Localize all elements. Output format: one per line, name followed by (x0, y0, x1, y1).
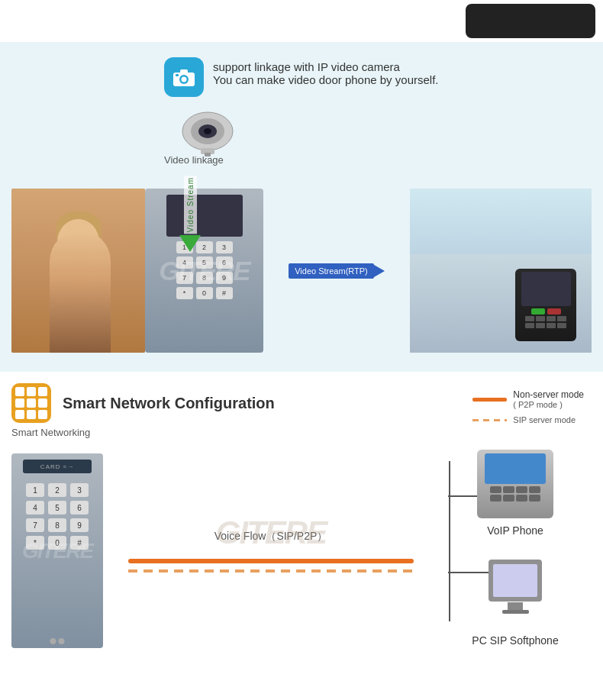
video-linkage-label: Video linkage (164, 154, 224, 166)
legend-dashed-line (472, 419, 507, 421)
video-text-block: support linkage with IP video camera You… (213, 57, 438, 86)
net-door-panel: CARD ≈→ 1 2 3 4 5 6 7 8 9 * 0 # ⬤ ⬤ (11, 453, 103, 648)
key-7: 7 (176, 272, 193, 284)
phone-screen (521, 272, 571, 306)
legend-dashed: SIP server mode (472, 415, 584, 424)
voip-label: VoIP Phone (487, 524, 543, 537)
voip-phone-image (477, 450, 553, 518)
networking-header: Smart Network Configuration (11, 383, 275, 423)
key-5: 5 (196, 256, 213, 269)
network-diagram: CARD ≈→ 1 2 3 4 5 6 7 8 9 * 0 # ⬤ ⬤ (11, 446, 592, 667)
pc-item: PC SIP Softphone (439, 560, 592, 647)
key-0: 0 (196, 287, 213, 299)
legend-solid: Non-server mode ( P2P mode ) (472, 389, 584, 409)
legend-solid-label: Non-server mode (513, 389, 584, 400)
svg-point-8 (204, 128, 211, 134)
svg-point-2 (182, 77, 187, 82)
voice-flow-label: Voice Flow（SIP/P2P） (214, 530, 328, 544)
grid-icon (15, 387, 47, 419)
legend-area: Non-server mode ( P2P mode ) SIP server … (472, 385, 592, 424)
support-text-line1: support linkage with IP video camera (213, 60, 438, 73)
phone-call-buttons (531, 308, 561, 315)
key-8: 8 (196, 272, 213, 284)
networking-title: Smart Network Configuration (63, 395, 275, 412)
key-4: 4 (176, 256, 193, 269)
flow-line-solid (128, 559, 414, 563)
camera-icon (172, 66, 196, 88)
top-bar (0, 0, 603, 42)
support-text-line2: You can make video door phone by yoursel… (213, 73, 438, 86)
panel-screen (166, 195, 243, 237)
diagram-row: CARD ≈→ 1 2 3 4 5 6 7 8 9 * 0 # ⬤ ⬤ (11, 446, 592, 648)
flow-line-dashed (128, 569, 414, 573)
monitor-screen (493, 564, 537, 597)
net-right-col: VoIP Phone PC SIP Softphone (439, 446, 592, 647)
svg-rect-3 (180, 69, 188, 74)
monitor-stand (508, 602, 523, 610)
rtp-arrow: Video Stream(RTP) (289, 263, 385, 279)
top-device-image (466, 4, 595, 38)
pc-label: PC SIP Softphone (472, 634, 558, 647)
legend-solid-line (472, 398, 507, 402)
networking-section: Smart Network Configuration Non-server m… (0, 372, 603, 667)
voip-screen (485, 453, 546, 484)
office-image (410, 189, 592, 353)
legend-solid-text: Non-server mode ( P2P mode ) (513, 389, 584, 409)
legend-solid-sublabel: ( P2P mode ) (513, 400, 584, 409)
net-panel-keypad: 1 2 3 4 5 6 7 8 9 * 0 # (26, 483, 89, 550)
monitor-base (502, 610, 529, 614)
phone-end-button (547, 308, 561, 315)
key-9: 9 (216, 272, 233, 284)
video-stream-arrow: Video Stream (179, 176, 201, 252)
down-arrow-icon (179, 235, 201, 252)
video-linkage-section: support linkage with IP video camera You… (0, 42, 603, 372)
monitor-case (489, 560, 542, 602)
legend-dashed-label: SIP server mode (513, 415, 576, 424)
card-label: CARD ≈→ (40, 463, 74, 470)
panel-bottom-light: ⬤ ⬤ (11, 637, 103, 644)
key-hash: # (216, 287, 233, 299)
key-3: 3 (216, 241, 233, 253)
pc-image (477, 560, 553, 628)
voice-flow-area: Voice Flow（SIP/P2P） GITERE (103, 453, 439, 648)
dome-camera (179, 108, 237, 158)
key-6: 6 (216, 256, 233, 269)
phone-answer-button (531, 308, 545, 315)
camera-icon-box (164, 57, 204, 97)
phone-keypad (525, 316, 566, 328)
smart-networking-label: Smart Networking (11, 427, 592, 438)
rtp-arrow-area: Video Stream(RTP) (263, 189, 410, 353)
key-star: * (176, 287, 193, 299)
networking-header-row: Smart Network Configuration Non-server m… (11, 383, 592, 427)
svg-rect-4 (176, 74, 179, 76)
ip-phone (515, 269, 576, 341)
door-panel-image: 1 2 3 4 5 6 7 8 9 * 0 # GITERE (145, 189, 263, 353)
rtp-arrow-head-icon (374, 265, 385, 277)
office-background (410, 189, 592, 353)
person-image (11, 189, 145, 353)
rtp-label: Video Stream(RTP) (289, 263, 374, 279)
grid-icon-box (11, 383, 51, 423)
video-content-row: 1 2 3 4 5 6 7 8 9 * 0 # GITERE Video Str… (11, 189, 592, 353)
voip-keypad (490, 486, 540, 502)
video-header: support linkage with IP video camera You… (164, 57, 592, 97)
voip-phone-item: VoIP Phone (439, 450, 592, 537)
stream-label: Video Stream (184, 176, 197, 234)
panel-top-bar: CARD ≈→ (23, 460, 92, 473)
